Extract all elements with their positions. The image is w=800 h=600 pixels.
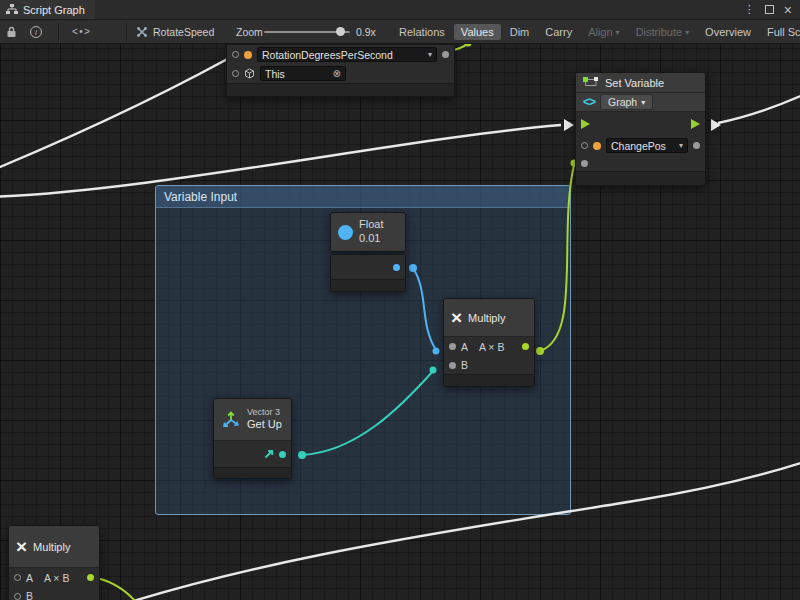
wire-white-left-top	[0, 42, 258, 172]
variable-name: RotationDegreesPerSecond	[262, 49, 393, 61]
output-port[interactable]	[442, 51, 449, 58]
port-label-a: A	[461, 341, 468, 353]
node-multiply[interactable]: × Multiply A A × B B	[443, 298, 535, 387]
fullscreen-button[interactable]: Full Screen	[760, 24, 800, 40]
port-label-result: A × B	[44, 572, 69, 584]
lock-icon	[6, 26, 17, 38]
vector3-axes-icon	[221, 410, 241, 430]
float-icon	[338, 225, 353, 240]
align-button[interactable]: Align▾	[581, 24, 626, 40]
maximize-icon[interactable]	[765, 5, 774, 14]
group-title: Variable Input	[164, 190, 237, 204]
node-float-body[interactable]	[330, 254, 406, 292]
port-label-b: B	[26, 590, 33, 600]
input-port-a[interactable]	[449, 343, 456, 350]
graph-toolbar: i <•> RotateSpeed Zoom 0.9x Relation	[0, 20, 800, 44]
port-label-a: A	[26, 572, 33, 584]
vector-output-port[interactable]	[279, 451, 286, 458]
window-titlebar: Script Graph ⋮ ×	[0, 0, 800, 20]
node-title: Set Variable	[605, 77, 664, 89]
zoom-slider-handle[interactable]	[336, 27, 345, 36]
output-port-result[interactable]	[87, 574, 94, 581]
flow-output-port[interactable]	[691, 119, 700, 129]
variable-kind: Graph	[608, 96, 637, 108]
multiply-icon: ×	[451, 308, 462, 327]
zoom-label: Zoom	[236, 26, 263, 38]
input-port[interactable]	[581, 142, 588, 149]
node-footer	[576, 171, 705, 185]
relations-button[interactable]: Relations	[392, 24, 452, 40]
node-title: Multiply	[468, 312, 505, 324]
toolbar-divider	[126, 23, 127, 41]
variable-name: ChangePos	[611, 140, 666, 152]
overview-button[interactable]: Overview	[698, 24, 758, 40]
node-float-header[interactable]: Float 0.01	[330, 212, 406, 252]
chevron-down-icon: ▾	[616, 28, 620, 37]
distribute-button[interactable]: Distribute▾	[629, 24, 696, 40]
output-port[interactable]	[693, 142, 700, 149]
flow-input-port[interactable]	[581, 119, 590, 129]
kebab-menu-icon[interactable]: ⋮	[744, 3, 755, 16]
flow-arrowhead-in	[564, 119, 574, 131]
vector3-type-label: Vector 3	[247, 408, 282, 418]
zoom-label-wrap: Zoom	[236, 20, 263, 44]
node-footer	[331, 279, 405, 291]
dim-button[interactable]: Dim	[503, 24, 537, 40]
variable-name-dropdown[interactable]: ChangePos ▾	[606, 138, 688, 153]
variable-kind-dropdown[interactable]: Graph ▾	[600, 94, 653, 110]
info-icon: i	[30, 26, 42, 38]
node-title: Get Up	[247, 418, 282, 431]
tab-script-graph[interactable]: Script Graph	[0, 0, 95, 19]
graph-name: RotateSpeed	[153, 26, 214, 38]
zoom-slider[interactable]	[264, 20, 350, 44]
unity-script-graph-window: Variable Input RotationDegreesPerSecond …	[0, 0, 800, 600]
input-port[interactable]	[232, 51, 239, 58]
node-multiply-bottom[interactable]: × Multiply A A × B B	[8, 525, 100, 600]
toolbar-buttons: Relations Values Dim Carry Align▾ Distri…	[392, 20, 800, 44]
float-type-label: Float	[359, 218, 383, 232]
input-port[interactable]	[232, 70, 239, 77]
value-input-port[interactable]	[581, 160, 588, 167]
port-label-result: A × B	[479, 341, 504, 353]
flow-arrowhead-out	[711, 119, 721, 131]
graph-asset-breadcrumb[interactable]: RotateSpeed	[136, 20, 214, 44]
float-value-field[interactable]: 0.01	[359, 232, 383, 246]
machine-icon	[583, 77, 599, 88]
code-brackets-icon: <>	[583, 95, 595, 109]
carry-button[interactable]: Carry	[538, 24, 579, 40]
code-icon: <•>	[72, 27, 90, 38]
node-footer	[444, 374, 534, 386]
float-output-port[interactable]	[393, 264, 400, 271]
node-get-variable[interactable]: RotationDegreesPerSecond ▾ This ⊗	[226, 44, 455, 97]
node-footer	[227, 83, 454, 96]
lock-button[interactable]	[6, 20, 17, 44]
zoom-value: 0.9x	[356, 26, 376, 38]
chevron-down-icon: ▾	[641, 98, 645, 107]
wire-white-flow-out	[718, 90, 800, 123]
output-port-result[interactable]	[522, 343, 529, 350]
info-button[interactable]: i	[30, 20, 42, 44]
node-footer	[214, 467, 291, 478]
group-header[interactable]: Variable Input	[156, 186, 570, 208]
node-vector3-get-up[interactable]: Vector 3 Get Up	[213, 398, 292, 479]
node-title: Multiply	[33, 541, 70, 553]
target-object-field[interactable]: This ⊗	[260, 66, 346, 81]
graph-icon	[6, 4, 18, 15]
close-icon[interactable]: ×	[784, 2, 792, 18]
script-graph-asset-icon	[136, 26, 148, 38]
chevron-down-icon: ▾	[685, 28, 689, 37]
cube-icon	[244, 68, 255, 79]
zoom-slider-track[interactable]	[264, 31, 350, 33]
input-port-b[interactable]	[14, 593, 21, 600]
input-port-b[interactable]	[449, 362, 456, 369]
input-port-a[interactable]	[14, 574, 21, 581]
zoom-value-wrap: 0.9x	[356, 20, 376, 44]
values-button[interactable]: Values	[454, 24, 501, 40]
target-label: This	[265, 68, 285, 80]
object-picker-icon[interactable]: ⊗	[333, 68, 341, 79]
chevron-down-icon: ▾	[428, 50, 432, 59]
vector-arrow-icon	[263, 448, 275, 460]
variable-name-dropdown[interactable]: RotationDegreesPerSecond ▾	[257, 47, 437, 62]
code-view-button[interactable]: <•>	[72, 20, 90, 44]
node-set-variable[interactable]: Set Variable <> Graph ▾ ChangePos ▾	[575, 72, 706, 186]
